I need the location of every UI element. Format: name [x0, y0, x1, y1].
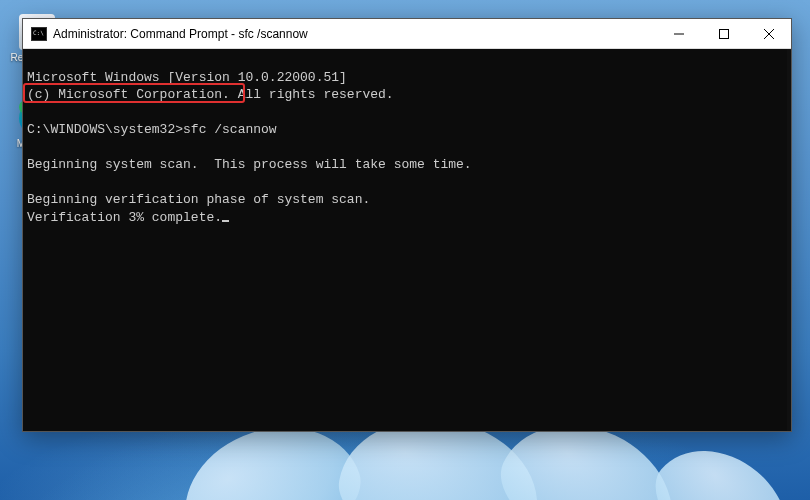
- terminal-line-copyright: (c) Microsoft Corporation. All rights re…: [27, 87, 394, 102]
- maximize-icon: [719, 29, 729, 39]
- terminal-cursor: [222, 220, 229, 222]
- scrollbar-track[interactable]: [787, 49, 791, 431]
- terminal-line-scan-begin: Beginning system scan. This process will…: [27, 157, 472, 172]
- terminal-output[interactable]: Microsoft Windows [Version 10.0.22000.51…: [23, 49, 791, 431]
- window-title: Administrator: Command Prompt - sfc /sca…: [53, 27, 308, 41]
- close-button[interactable]: [746, 19, 791, 49]
- svg-rect-1: [719, 29, 728, 38]
- command-prompt-window: Administrator: Command Prompt - sfc /sca…: [22, 18, 792, 432]
- terminal-line-prompt-command: C:\WINDOWS\system32>sfc /scannow: [27, 122, 277, 137]
- terminal-line-verify-phase: Beginning verification phase of system s…: [27, 192, 370, 207]
- window-titlebar[interactable]: Administrator: Command Prompt - sfc /sca…: [23, 19, 791, 49]
- cmd-app-icon: [31, 27, 47, 41]
- terminal-line-verify-progress: Verification 3% complete.: [27, 210, 229, 225]
- minimize-button[interactable]: [656, 19, 701, 49]
- minimize-icon: [674, 29, 684, 39]
- maximize-button[interactable]: [701, 19, 746, 49]
- terminal-progress-text: Verification 3% complete.: [27, 210, 222, 225]
- terminal-line-version: Microsoft Windows [Version 10.0.22000.51…: [27, 70, 347, 85]
- close-icon: [764, 29, 774, 39]
- wallpaper-petal: [635, 423, 810, 500]
